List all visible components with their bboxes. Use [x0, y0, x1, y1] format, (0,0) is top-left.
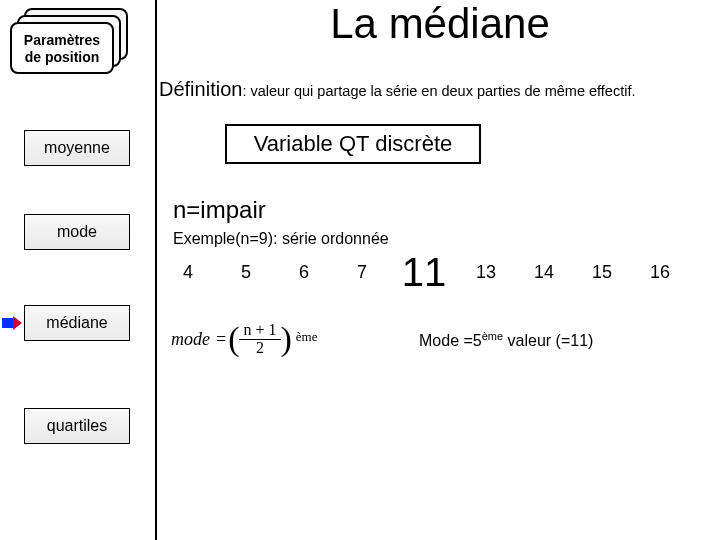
- definition-line: Définition: valeur qui partage la série …: [159, 78, 719, 101]
- n-case: n=impair: [173, 196, 266, 224]
- ordered-series: 45671113141516: [159, 252, 689, 292]
- series-value: 5: [217, 262, 275, 283]
- formula-eq: =: [216, 329, 226, 350]
- paren-left: (: [228, 322, 239, 356]
- result-sup: ème: [482, 330, 503, 342]
- sidebar-item-mediane[interactable]: médiane: [24, 305, 130, 341]
- formula-lhs: mode: [171, 329, 210, 350]
- card-line2: de position: [12, 49, 112, 66]
- result-prefix: Mode =5: [419, 332, 482, 349]
- sidebar-item-label: quartiles: [47, 417, 107, 434]
- example-label: Exemple(n=9): série ordonnée: [173, 230, 389, 248]
- series-value: 14: [515, 262, 573, 283]
- page-title: La médiane: [190, 0, 690, 48]
- sidebar-item-label: mode: [57, 223, 97, 240]
- median-formula: mode = ( n + 1 2 ) ème: [171, 322, 318, 357]
- series-median-value: 11: [391, 252, 457, 292]
- current-indicator-arrow-icon: [2, 316, 22, 330]
- paren-right: ): [281, 322, 292, 356]
- sidebar-item-label: médiane: [46, 314, 107, 331]
- definition-lead: Définition: [159, 78, 242, 100]
- definition-text: : valeur qui partage la série en deux pa…: [242, 83, 635, 99]
- card-front: Paramètres de position: [10, 22, 114, 74]
- result-suffix: valeur (=11): [503, 332, 593, 349]
- sidebar-item-quartiles[interactable]: quartiles: [24, 408, 130, 444]
- series-value: 6: [275, 262, 333, 283]
- series-value: 15: [573, 262, 631, 283]
- result-line: Mode =5ème valeur (=11): [419, 330, 593, 350]
- fraction-denominator: 2: [252, 340, 268, 357]
- sidebar-item-label: moyenne: [44, 139, 110, 156]
- sidebar-item-mode[interactable]: mode: [24, 214, 130, 250]
- sidebar-item-moyenne[interactable]: moyenne: [24, 130, 130, 166]
- card-line1: Paramètres: [12, 32, 112, 49]
- fraction: n + 1 2: [239, 322, 280, 357]
- series-value: 13: [457, 262, 515, 283]
- formula-exponent: ème: [296, 329, 318, 345]
- series-value: 4: [159, 262, 217, 283]
- fraction-numerator: n + 1: [239, 322, 280, 340]
- series-value: 7: [333, 262, 391, 283]
- variable-box: Variable QT discrète: [225, 124, 481, 164]
- series-value: 16: [631, 262, 689, 283]
- vertical-divider: [155, 0, 157, 540]
